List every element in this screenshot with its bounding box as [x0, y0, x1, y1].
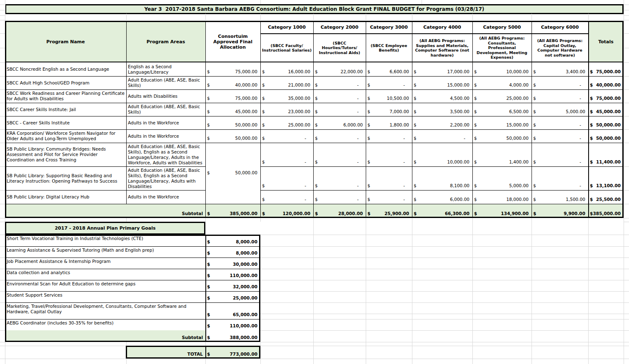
cell-category-6000-6[interactable]: $-	[532, 143, 588, 166]
cell-category-1000-8[interactable]: $-	[260, 190, 313, 204]
cell-category-1000-2[interactable]: $35,000.00	[260, 89, 313, 103]
subtotal-allocation[interactable]: $385,000.00	[205, 204, 260, 218]
cell-category-3000-4[interactable]: $1,800.00	[366, 116, 412, 129]
header-category-2000[interactable]: Category 2000	[313, 21, 366, 33]
subtotal-total[interactable]: $385,000.00	[588, 204, 624, 218]
cell-category-5000-1[interactable]: $4,000.00	[472, 76, 532, 89]
cell-category-6000-8[interactable]: $1,500.00	[532, 190, 588, 204]
cell-program-areas-4[interactable]: Adults in the Workforce	[126, 116, 205, 129]
cell-allocation-2[interactable]: $75,000.00	[205, 89, 260, 103]
cell-category-2000-2[interactable]: $-	[313, 89, 366, 103]
cell-category-5000-6[interactable]: $1,400.00	[472, 143, 532, 166]
annual-goal-2[interactable]: Job Placement Assistance & Internship Pr…	[5, 258, 205, 269]
cell-program-areas-7[interactable]: Adult Education (ABE, ASE, Basic Skills)…	[126, 166, 205, 190]
cell-category-5000-7[interactable]: $5,000.00	[472, 166, 532, 190]
cell-allocation-merged-library[interactable]: $50,000.00	[205, 143, 260, 204]
header-category-5000[interactable]: Category 5000	[472, 21, 532, 33]
cell-program-name-2[interactable]: SBCC Work Readiness and Career Planning …	[5, 89, 126, 103]
annual-amount-4[interactable]: $32,000.00	[205, 280, 260, 291]
cell-category-4000-2[interactable]: $4,500.00	[412, 89, 472, 103]
cell-category-6000-0[interactable]: $3,400.00	[532, 62, 588, 76]
cell-category-3000-8[interactable]: $-	[366, 190, 412, 204]
cell-category-5000-4[interactable]: $15,000.00	[472, 116, 532, 129]
cell-category-3000-1[interactable]: $-	[366, 76, 412, 89]
cell-category-2000-5[interactable]: $-	[313, 129, 366, 143]
annual-amount-0[interactable]: $8,000.00	[205, 235, 260, 246]
header-totals[interactable]: Totals	[588, 21, 624, 62]
subtotal-category-2000[interactable]: $28,000.00	[313, 204, 366, 218]
cell-allocation-0[interactable]: $75,000.00	[205, 62, 260, 76]
cell-category-3000-5[interactable]: $-	[366, 129, 412, 143]
cell-program-name-8[interactable]: SB Public Library: Digital Literacy Hub	[5, 190, 126, 204]
cell-category-2000-7[interactable]: $-	[313, 166, 366, 190]
annual-subtotal-label[interactable]: Subtotal	[5, 330, 205, 342]
cell-category-5000-2[interactable]: $25,000.00	[472, 89, 532, 103]
cell-program-name-6[interactable]: SB Public Library: Community Bridges: Ne…	[5, 143, 126, 166]
cell-category-3000-3[interactable]: $7,000.00	[366, 103, 412, 116]
annual-amount-2[interactable]: $30,000.00	[205, 258, 260, 269]
cell-total-3[interactable]: $45,000.00	[588, 103, 624, 116]
cell-program-areas-3[interactable]: Adult Education (ABE, ASE, Basic Skills)	[126, 103, 205, 116]
annual-goal-5[interactable]: Student Support Services	[5, 291, 205, 302]
cell-category-4000-8[interactable]: $6,000.00	[412, 190, 472, 204]
cell-category-4000-4[interactable]: $2,200.00	[412, 116, 472, 129]
cell-category-3000-2[interactable]: $10,500.00	[366, 89, 412, 103]
annual-amount-7[interactable]: $110,000.00	[205, 319, 260, 330]
cell-program-areas-8[interactable]: Adults in the Workforce	[126, 190, 205, 204]
cell-category-4000-7[interactable]: $8,100.00	[412, 166, 472, 190]
cell-program-name-0[interactable]: SBCC Noncredit English as a Second Langu…	[5, 62, 126, 76]
cell-category-4000-5[interactable]: $-	[412, 129, 472, 143]
cell-category-3000-6[interactable]: $-	[366, 143, 412, 166]
cell-category-1000-5[interactable]: $-	[260, 129, 313, 143]
cell-category-4000-0[interactable]: $17,000.00	[412, 62, 472, 76]
cell-program-name-1[interactable]: SBCC Adult High School/GED Program	[5, 76, 126, 89]
cell-category-2000-6[interactable]: $-	[313, 143, 366, 166]
header-allocation[interactable]: Consortuim Approved Final Allocation	[205, 21, 260, 62]
cell-program-areas-1[interactable]: Adult Education (ABE, ASE, Basic Skills)	[126, 76, 205, 89]
cell-category-6000-1[interactable]: $-	[532, 76, 588, 89]
cell-category-2000-0[interactable]: $22,000.00	[313, 62, 366, 76]
annual-plan-header[interactable]: 2017 - 2018 Annual Plan Primary Goals	[5, 222, 205, 235]
cell-total-5[interactable]: $50,000.00	[588, 129, 624, 143]
annual-goal-0[interactable]: Short Term Vocational Training in Indust…	[5, 235, 205, 246]
header-category-1000[interactable]: Category 1000	[260, 21, 313, 33]
annual-goal-1[interactable]: Learning Assistance & Supervised Tutorin…	[5, 246, 205, 258]
annual-amount-5[interactable]: $25,000.00	[205, 291, 260, 302]
grand-total-amount[interactable]: $773,000.00	[205, 346, 260, 359]
cell-allocation-5[interactable]: $50,000.00	[205, 129, 260, 143]
cell-category-4000-1[interactable]: $15,000.00	[412, 76, 472, 89]
cell-total-8[interactable]: $25,500.00	[588, 190, 624, 204]
cell-category-6000-4[interactable]: $-	[532, 116, 588, 129]
header-category-4000-desc[interactable]: (All AEBG Programs: Supplies and Materia…	[412, 33, 472, 62]
cell-category-1000-7[interactable]: $-	[260, 166, 313, 190]
cell-allocation-3[interactable]: $45,000.00	[205, 103, 260, 116]
cell-program-name-3[interactable]: SBCC Career Skills Institute: Jail	[5, 103, 126, 116]
annual-goal-7[interactable]: AEBG Coordinator (includes 30-35% for be…	[5, 319, 205, 330]
cell-allocation-1[interactable]: $40,000.00	[205, 76, 260, 89]
cell-total-2[interactable]: $75,000.00	[588, 89, 624, 103]
header-program-name[interactable]: Program Name	[5, 21, 126, 62]
cell-category-2000-1[interactable]: $-	[313, 76, 366, 89]
annual-goal-6[interactable]: Marketing, Travel/Professional Developme…	[5, 302, 205, 319]
cell-category-5000-5[interactable]: $50,000.00	[472, 129, 532, 143]
annual-amount-6[interactable]: $65,000.00	[205, 302, 260, 319]
cell-category-3000-7[interactable]: $-	[366, 166, 412, 190]
cell-program-name-4[interactable]: SBCC - Career Skills Institute	[5, 116, 126, 129]
cell-program-name-5[interactable]: KRA Corporation/ Workforce System Naviga…	[5, 129, 126, 143]
header-category-2000-desc[interactable]: (SBCC Hourlies/Tutors/ Instructional Aid…	[313, 33, 366, 62]
cell-total-6[interactable]: $11,400.00	[588, 143, 624, 166]
subtotal-category-5000[interactable]: $134,900.00	[472, 204, 532, 218]
subtotal-label[interactable]: Subtotal	[5, 204, 205, 218]
cell-category-5000-3[interactable]: $6,500.00	[472, 103, 532, 116]
cell-category-1000-3[interactable]: $23,000.00	[260, 103, 313, 116]
cell-category-2000-8[interactable]: $-	[313, 190, 366, 204]
subtotal-category-3000[interactable]: $25,900.00	[366, 204, 412, 218]
cell-category-1000-0[interactable]: $16,000.00	[260, 62, 313, 76]
subtotal-category-6000[interactable]: $9,900.00	[532, 204, 588, 218]
cell-category-6000-7[interactable]: $-	[532, 166, 588, 190]
cell-category-4000-3[interactable]: $3,500.00	[412, 103, 472, 116]
cell-category-5000-0[interactable]: $10,000.00	[472, 62, 532, 76]
cell-total-0[interactable]: $75,000.00	[588, 62, 624, 76]
cell-category-4000-6[interactable]: $10,000.00	[412, 143, 472, 166]
cell-category-5000-8[interactable]: $18,000.00	[472, 190, 532, 204]
